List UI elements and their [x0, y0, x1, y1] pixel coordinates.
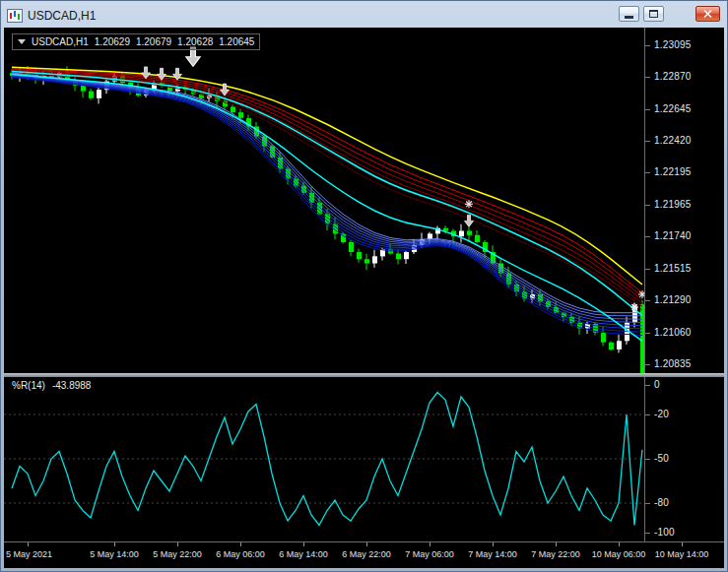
price-scale-tick — [645, 45, 650, 46]
ema-mid-cyan-line — [12, 72, 642, 316]
price-scale[interactable]: 1.230951.228701.226451.224201.221951.219… — [644, 28, 724, 541]
guppy-long-red-band-line — [12, 72, 642, 306]
quote-low: 1.20628 — [177, 36, 213, 47]
wpr-scale-tick — [645, 459, 650, 460]
quote-close: 1.20645 — [219, 36, 254, 47]
minimize-button[interactable] — [619, 6, 639, 22]
candle-body — [364, 259, 369, 263]
price-scale-label: 1.22870 — [654, 72, 692, 82]
candle-body — [349, 242, 354, 252]
window-controls — [606, 6, 724, 24]
wpr-scale-tick — [645, 385, 650, 386]
candle-body — [459, 231, 464, 237]
price-scale-label: 1.21060 — [654, 328, 692, 338]
candle-body — [97, 90, 101, 98]
candle-body — [396, 254, 401, 260]
candle-body — [231, 106, 235, 112]
time-axis-tick — [366, 542, 367, 546]
price-scale-label: 1.20835 — [654, 359, 692, 369]
close-icon — [703, 10, 712, 18]
wpr-indicator-value: -43.8988 — [52, 380, 91, 391]
wpr-scale-label: -20 — [654, 410, 669, 419]
time-axis-tick — [240, 542, 241, 546]
guppy-long-red-band-line — [12, 71, 642, 303]
candle-body — [89, 92, 94, 98]
candlestick-chart-icon — [7, 9, 23, 23]
candle-body — [238, 112, 243, 118]
price-scale-tick — [645, 205, 650, 206]
time-axis-tick — [556, 542, 557, 546]
time-axis-tick — [177, 542, 178, 546]
price-scale-tick — [645, 269, 650, 270]
guppy-short-blue-band-line — [12, 76, 642, 329]
price-scale-tick — [645, 364, 650, 365]
time-axis-label: 7 May 06:00 — [405, 549, 454, 559]
wpr-scale-label: 0 — [654, 380, 660, 390]
wpr-indicator-name: %R(14) — [12, 380, 45, 391]
minimize-icon — [625, 16, 633, 19]
wpr-indicator-label: %R(14) -43.8988 — [12, 380, 91, 391]
maximize-button[interactable] — [643, 6, 664, 22]
candle-body — [467, 231, 472, 235]
candle-body — [609, 343, 614, 350]
time-axis-tick — [303, 542, 304, 546]
wpr-chart-canvas — [4, 377, 644, 541]
price-scale-tick — [645, 333, 650, 334]
candle-body — [81, 86, 86, 92]
price-scale-tick — [645, 236, 650, 237]
price-scale-label: 1.22420 — [654, 136, 692, 146]
time-axis-label: 5 May 14:00 — [90, 549, 139, 559]
quote-high: 1.20679 — [136, 36, 171, 47]
time-axis-tick — [682, 542, 683, 546]
wpr-scale-tick — [645, 503, 650, 504]
candle-body — [475, 235, 480, 242]
star-marker[interactable] — [465, 200, 473, 208]
star-marker[interactable] — [630, 303, 638, 311]
panel-splitter[interactable] — [4, 373, 724, 377]
price-scale-label: 1.21515 — [654, 264, 692, 274]
candle-body — [404, 252, 409, 259]
quote-symbol: USDCAD,H1 — [32, 36, 89, 47]
guppy-short-blue-band-line — [12, 75, 642, 323]
time-axis-label: 7 May 22:00 — [531, 549, 580, 559]
wpr-scale-tick — [645, 533, 650, 534]
price-chart-canvas — [4, 28, 644, 373]
quote-open: 1.20629 — [95, 36, 130, 47]
price-scale-label: 1.21965 — [654, 200, 692, 210]
time-axis-label: 7 May 14:00 — [468, 549, 517, 559]
wpr-scale-tick — [645, 414, 650, 415]
wpr-indicator-panel[interactable]: %R(14) -43.8988 — [4, 377, 644, 541]
wpr-scale-label: -100 — [654, 528, 675, 538]
time-axis-tick — [28, 542, 29, 546]
wpr-scale-label: -50 — [654, 454, 669, 464]
time-axis-tick — [493, 542, 494, 546]
candle-body — [357, 252, 362, 259]
time-axis-tick — [114, 542, 115, 546]
wpr-scale-label: -80 — [654, 498, 669, 508]
candle-body — [617, 341, 622, 350]
guppy-long-red-band-line — [12, 73, 642, 310]
price-scale-label: 1.22645 — [654, 104, 692, 114]
price-scale-label: 1.22195 — [654, 167, 692, 177]
close-button[interactable] — [695, 6, 720, 22]
candle-body — [601, 333, 606, 343]
window-title: USDCAD,H1 — [28, 9, 96, 23]
time-axis[interactable]: 5 May 20215 May 14:005 May 22:006 May 06… — [4, 541, 724, 568]
main-chart-panel[interactable]: USDCAD,H1 1.20629 1.20679 1.20628 1.2064… — [4, 28, 644, 373]
time-axis-label: 10 May 06:00 — [592, 549, 646, 559]
time-axis-tick — [430, 542, 430, 546]
guppy-long-red-band-line — [12, 70, 642, 299]
candle-body — [372, 256, 377, 263]
ohlc-quote-box[interactable]: USDCAD,H1 1.20629 1.20679 1.20628 1.2064… — [12, 33, 260, 50]
price-scale-label: 1.21740 — [654, 231, 692, 241]
time-axis-label: 6 May 22:00 — [342, 549, 391, 559]
guppy-short-blue-band-line — [12, 73, 642, 313]
time-axis-label: 5 May 2021 — [6, 549, 52, 559]
titlebar[interactable]: USDCAD,H1 — [4, 4, 724, 28]
time-axis-label: 6 May 14:00 — [279, 549, 328, 559]
chart-client-area: USDCAD,H1 1.20629 1.20679 1.20628 1.2064… — [4, 28, 724, 568]
chevron-down-icon — [18, 39, 26, 44]
price-scale-label: 1.21290 — [654, 295, 692, 305]
chart-window: USDCAD,H1 USDCAD,H1 1.20629 1.20679 — [0, 0, 728, 572]
ema-slow-yellow-line — [12, 67, 642, 285]
